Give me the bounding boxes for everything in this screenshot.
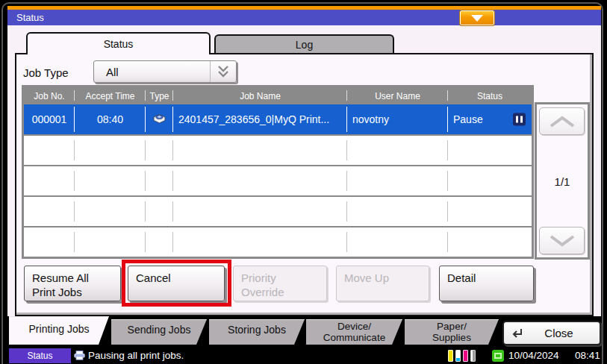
device-screen: Status Status Log Job Type All Job No. A… [0, 0, 607, 364]
bottom-tab-sending-jobs[interactable]: Sending Jobs [111, 319, 207, 345]
storing-jobs-label: Storing Jobs [228, 324, 286, 336]
status-text: Pause [453, 113, 483, 125]
table-row-empty [24, 226, 532, 257]
table-row-empty [24, 195, 532, 226]
cell-status: Pause [448, 104, 532, 134]
priority-label-line1: Priority [241, 271, 326, 285]
header-accept-time: Accept Time [75, 87, 146, 104]
triangle-down-icon [471, 15, 483, 22]
move-up-label: Move Up [344, 271, 429, 285]
header-type: Type [146, 87, 173, 104]
device-label-line2: Communicate [306, 332, 402, 343]
double-chevron-down-icon [210, 61, 236, 82]
close-label: Close [524, 327, 600, 339]
toner-level-indicators [448, 350, 476, 362]
scroll-up-button[interactable] [539, 107, 585, 135]
pulldown-button[interactable] [460, 10, 494, 25]
cancel-label: Cancel [136, 271, 224, 285]
header-job-no: Job No. [24, 87, 75, 104]
printer-icon [152, 113, 166, 127]
title-bar: Status [7, 10, 601, 25]
page-title: Status [16, 12, 44, 23]
chevron-down-icon [547, 234, 577, 248]
close-button[interactable]: Close [502, 321, 601, 345]
table-row-empty [24, 134, 532, 165]
toner-cyan-indicator [455, 350, 461, 362]
table-row-selected[interactable]: 000001 08:40 2401457_283656_0|MyQ Print.… [24, 104, 532, 134]
bottom-tab-device-communicate[interactable]: Device/ Communicate [306, 319, 402, 345]
cancel-button[interactable]: Cancel [128, 266, 225, 301]
bottom-tab-printing-jobs[interactable]: Printing Jobs [9, 316, 109, 345]
detail-label: Detail [447, 271, 533, 285]
printing-jobs-label: Printing Jobs [29, 323, 90, 335]
statusbar-message: Pausing all print jobs. [88, 350, 184, 361]
job-type-label: Job Type [23, 66, 69, 79]
table-header: Job No. Accept Time Type Job Name User N… [24, 87, 532, 104]
cell-job-name: 2401457_283656_0|MyQ Print... [173, 104, 347, 134]
bottom-tab-storing-jobs[interactable]: Storing Jobs [209, 319, 305, 345]
pause-icon [513, 113, 526, 126]
page-indicator: 1/1 [537, 175, 588, 187]
paper-label-line2: Supplies [405, 332, 499, 343]
priority-override-button[interactable]: Priority Override [233, 266, 327, 301]
tab-status[interactable]: Status [26, 32, 211, 54]
sending-jobs-label: Sending Jobs [128, 324, 191, 336]
scroll-panel: 1/1 [535, 102, 590, 260]
return-icon [511, 327, 524, 339]
cell-accept-time: 08:40 [75, 104, 146, 134]
toner-magenta-indicator [463, 350, 468, 362]
bottom-tab-paper-supplies[interactable]: Paper/ Supplies [405, 319, 499, 345]
scroll-down-button[interactable] [539, 227, 585, 254]
cell-user-name: novotny [347, 104, 448, 134]
statusbar-date: 10/04/2024 [508, 350, 559, 361]
resume-label-line1: Resume All [32, 271, 120, 285]
tab-log[interactable]: Log [214, 34, 394, 54]
header-user-name: User Name [347, 87, 448, 104]
toner-yellow-indicator [448, 350, 453, 362]
move-up-button[interactable]: Move Up [336, 266, 429, 301]
statusbar-time: 08:41 [575, 350, 600, 361]
resume-all-print-jobs-button[interactable]: Resume All Print Jobs [24, 266, 121, 301]
statusbar-printer-icon [74, 351, 85, 360]
tab-status-label: Status [104, 38, 134, 50]
table-row-empty [24, 165, 532, 195]
header-status: Status [448, 87, 532, 104]
job-type-value: All [94, 66, 210, 78]
cell-job-no: 000001 [24, 104, 75, 134]
device-label-line1: Device/ [306, 321, 402, 332]
memory-status-icon [492, 350, 504, 362]
tab-log-label: Log [296, 39, 313, 51]
paper-label-line1: Paper/ [405, 321, 499, 332]
job-table: Job No. Accept Time Type Job Name User N… [22, 85, 534, 259]
toner-black-indicator [470, 350, 476, 362]
detail-button[interactable]: Detail [439, 266, 534, 301]
resume-label-line2: Print Jobs [32, 285, 120, 299]
priority-label-line2: Override [241, 285, 326, 299]
cell-type [146, 104, 173, 134]
job-type-dropdown[interactable]: All [93, 60, 237, 83]
header-job-name: Job Name [173, 87, 347, 104]
chevron-up-icon [547, 115, 577, 128]
statusbar-label: Status [9, 348, 71, 363]
